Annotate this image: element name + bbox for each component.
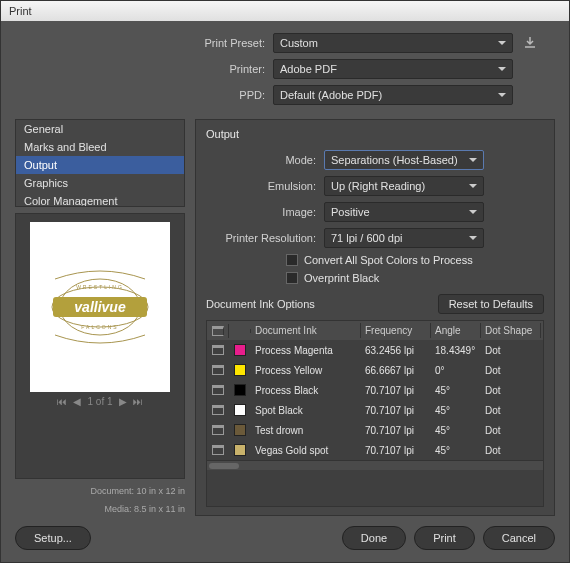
ink-frequency: 70.7107 lpi [361, 443, 431, 458]
overprint-checkbox[interactable] [286, 272, 298, 284]
setup-button[interactable]: Setup... [15, 526, 91, 550]
cancel-button[interactable]: Cancel [483, 526, 555, 550]
printer-icon [212, 385, 224, 395]
preview-pager: ⏮ ◀ 1 of 1 ▶ ⏭ [57, 396, 142, 407]
resolution-dropdown[interactable]: 71 lpi / 600 dpi [324, 228, 484, 248]
print-button[interactable]: Print [414, 526, 475, 550]
ink-row[interactable]: Vegas Gold spot70.7107 lpi45°Dot [207, 440, 543, 460]
ink-print-toggle[interactable] [207, 363, 229, 377]
nav-item-color[interactable]: Color Management [16, 192, 184, 207]
ink-frequency: 70.7107 lpi [361, 403, 431, 418]
save-preset-icon[interactable] [521, 34, 539, 52]
ink-name: Spot Black [251, 403, 361, 418]
print-col-header[interactable] [207, 324, 229, 338]
ink-print-toggle[interactable] [207, 423, 229, 437]
ink-angle: 45° [431, 403, 481, 418]
ppd-label: PPD: [145, 89, 265, 101]
ink-frequency: 70.7107 lpi [361, 423, 431, 438]
dialog-footer: Setup... Done Print Cancel [15, 522, 555, 550]
nav-item-output[interactable]: Output [16, 156, 184, 174]
ink-angle: 18.4349° [431, 343, 481, 358]
ink-name: Process Yellow [251, 363, 361, 378]
emulsion-dropdown[interactable]: Up (Right Reading) [324, 176, 484, 196]
ink-swatch [234, 384, 246, 396]
logo-top-text: WRESTLING [76, 284, 124, 290]
media-size: Media: 8.5 in x 11 in [15, 503, 185, 516]
ink-frequency: 66.6667 lpi [361, 363, 431, 378]
resolution-label: Printer Resolution: [206, 232, 316, 244]
ink-row[interactable]: Process Magenta63.2456 lpi18.4349°Dot [207, 340, 543, 360]
ppd-dropdown[interactable]: Default (Adobe PDF) [273, 85, 513, 105]
mode-label: Mode: [206, 154, 316, 166]
ink-swatch [234, 404, 246, 416]
ink-row[interactable]: Process Black70.7107 lpi45°Dot [207, 380, 543, 400]
printer-icon [212, 425, 224, 435]
print-dialog: Print Print Preset: Custom Printer: Adob… [0, 0, 570, 563]
ink-row[interactable]: Process Yellow66.6667 lpi0°Dot [207, 360, 543, 380]
first-page-icon[interactable]: ⏮ [57, 396, 67, 407]
titlebar: Print [1, 1, 569, 21]
ink-print-toggle[interactable] [207, 383, 229, 397]
ink-name: Process Magenta [251, 343, 361, 358]
ink-angle: 45° [431, 443, 481, 458]
output-panel: Output Mode: Separations (Host-Based) Em… [195, 119, 555, 516]
ink-shape: Dot [481, 403, 541, 418]
convert-spot-checkbox[interactable] [286, 254, 298, 266]
printer-dropdown[interactable]: Adobe PDF [273, 59, 513, 79]
nav-item-general[interactable]: General [16, 120, 184, 138]
preview-area: WRESTLING FALCONS vallivue ⏮ ◀ 1 of 1 ▶ … [15, 213, 185, 479]
mode-dropdown[interactable]: Separations (Host-Based) [324, 150, 484, 170]
ink-row[interactable]: Spot Black70.7107 lpi45°Dot [207, 400, 543, 420]
convert-spot-label: Convert All Spot Colors to Process [304, 254, 473, 266]
freq-col-header[interactable]: Frequency [361, 323, 431, 338]
next-page-icon[interactable]: ▶ [119, 396, 127, 407]
ink-swatch [234, 444, 246, 456]
printer-icon [212, 405, 224, 415]
ink-swatch [234, 344, 246, 356]
ink-swatch [234, 364, 246, 376]
ink-options-title: Document Ink Options [206, 298, 315, 310]
ink-print-toggle[interactable] [207, 343, 229, 357]
printer-icon [212, 345, 224, 355]
printer-icon [212, 365, 224, 375]
ink-print-toggle[interactable] [207, 403, 229, 417]
printer-label: Printer: [145, 63, 265, 75]
ink-shape: Dot [481, 443, 541, 458]
last-page-icon[interactable]: ⏭ [133, 396, 143, 407]
logo-brand-text: vallivue [74, 299, 126, 315]
printer-icon [212, 326, 224, 336]
emulsion-label: Emulsion: [206, 180, 316, 192]
overprint-label: Overprint Black [304, 272, 379, 284]
ink-shape: Dot [481, 343, 541, 358]
print-preset-dropdown[interactable]: Custom [273, 33, 513, 53]
ink-col-header[interactable]: Document Ink [251, 323, 361, 338]
top-settings: Print Preset: Custom Printer: Adobe PDF … [15, 33, 555, 105]
nav-item-graphics[interactable]: Graphics [16, 174, 184, 192]
done-button[interactable]: Done [342, 526, 406, 550]
ink-angle: 45° [431, 383, 481, 398]
reset-button[interactable]: Reset to Defaults [438, 294, 544, 314]
ink-table-scrollbar[interactable] [207, 460, 543, 470]
ink-angle: 0° [431, 363, 481, 378]
ink-frequency: 70.7107 lpi [361, 383, 431, 398]
dialog-content: Print Preset: Custom Printer: Adobe PDF … [1, 21, 569, 562]
ink-swatch [234, 424, 246, 436]
page-preview: WRESTLING FALCONS vallivue [30, 222, 170, 392]
nav-item-marks[interactable]: Marks and Bleed [16, 138, 184, 156]
print-preset-label: Print Preset: [145, 37, 265, 49]
angle-col-header[interactable]: Angle [431, 323, 481, 338]
printer-icon [212, 445, 224, 455]
logo-bottom-text: FALCONS [81, 324, 118, 330]
ink-name: Process Black [251, 383, 361, 398]
ink-name: Test drown [251, 423, 361, 438]
prev-page-icon[interactable]: ◀ [73, 396, 81, 407]
image-dropdown[interactable]: Positive [324, 202, 484, 222]
section-nav: General Marks and Bleed Output Graphics … [15, 119, 185, 207]
shape-col-header[interactable]: Dot Shape [481, 323, 541, 338]
ink-angle: 45° [431, 423, 481, 438]
image-label: Image: [206, 206, 316, 218]
ink-print-toggle[interactable] [207, 443, 229, 457]
ink-row[interactable]: Test drown70.7107 lpi45°Dot [207, 420, 543, 440]
artwork-logo: WRESTLING FALCONS vallivue [45, 267, 155, 347]
ink-name: Vegas Gold spot [251, 443, 361, 458]
